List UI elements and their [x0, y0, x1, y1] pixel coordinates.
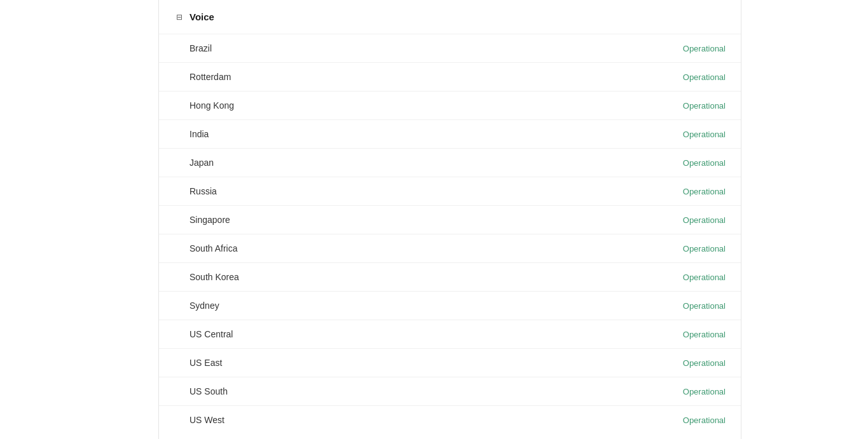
table-row: BrazilOperational — [159, 34, 741, 62]
region-name: Hong Kong — [189, 100, 234, 111]
region-name: US West — [189, 415, 224, 425]
region-name: US South — [189, 386, 228, 396]
region-name: South Korea — [189, 272, 239, 282]
table-row: South AfricaOperational — [159, 234, 741, 262]
status-badge: Operational — [683, 358, 726, 368]
region-name: South Africa — [189, 243, 238, 253]
regions-list: BrazilOperationalRotterdamOperationalHon… — [159, 34, 741, 434]
left-sidebar — [0, 0, 159, 439]
table-row: US SouthOperational — [159, 377, 741, 405]
voice-section-header: ⊟ Voice — [159, 0, 741, 34]
table-row: Hong KongOperational — [159, 91, 741, 119]
status-badge: Operational — [683, 387, 726, 396]
status-badge: Operational — [683, 244, 726, 253]
status-badge: Operational — [683, 330, 726, 339]
table-row: South KoreaOperational — [159, 262, 741, 291]
collapse-icon[interactable]: ⊟ — [174, 12, 184, 22]
region-name: Brazil — [189, 43, 212, 53]
table-row: RussiaOperational — [159, 177, 741, 205]
status-badge: Operational — [683, 273, 726, 282]
table-row: US EastOperational — [159, 348, 741, 377]
status-badge: Operational — [683, 130, 726, 139]
status-badge: Operational — [683, 44, 726, 53]
table-row: US WestOperational — [159, 405, 741, 434]
region-name: US East — [189, 358, 222, 368]
status-badge: Operational — [683, 72, 726, 82]
region-name: Rotterdam — [189, 72, 231, 82]
table-row: US CentralOperational — [159, 320, 741, 348]
status-badge: Operational — [683, 158, 726, 168]
status-badge: Operational — [683, 215, 726, 225]
table-row: SingaporeOperational — [159, 205, 741, 234]
table-row: RotterdamOperational — [159, 62, 741, 91]
region-name: Russia — [189, 186, 217, 196]
table-row: IndiaOperational — [159, 119, 741, 148]
region-name: US Central — [189, 329, 233, 339]
status-badge: Operational — [683, 301, 726, 311]
table-row: JapanOperational — [159, 148, 741, 177]
right-sidebar — [741, 0, 868, 439]
status-badge: Operational — [683, 415, 726, 425]
region-name: Sydney — [189, 301, 219, 311]
region-name: Japan — [189, 158, 214, 168]
region-name: Singapore — [189, 215, 230, 225]
region-name: India — [189, 129, 209, 139]
main-content: ⊟ Voice BrazilOperationalRotterdamOperat… — [159, 0, 741, 439]
table-row: SydneyOperational — [159, 291, 741, 320]
status-badge: Operational — [683, 101, 726, 111]
section-title: Voice — [189, 11, 214, 22]
status-badge: Operational — [683, 187, 726, 196]
